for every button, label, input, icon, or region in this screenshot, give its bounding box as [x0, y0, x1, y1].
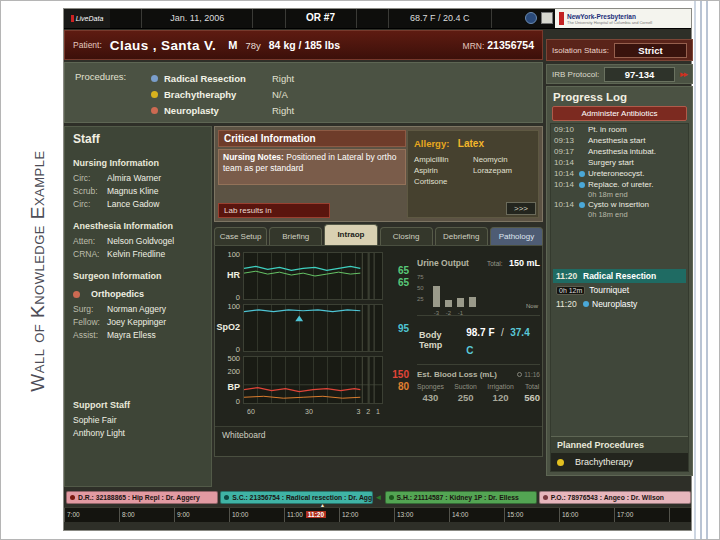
allergy-item: Lorazepam — [473, 165, 532, 176]
urine-output-header: Urine Output Total: 150 mL — [417, 252, 540, 270]
slide-vertical-title: Wall of Knowledge Example — [27, 59, 61, 483]
critical-info-left: Critical Information Nursing Notes: Posi… — [218, 130, 406, 218]
top-bar-spacer — [110, 9, 141, 28]
irb-protocol-row: IRB Protocol: 97-134 ▸▸ — [546, 64, 693, 84]
clock-icon — [517, 372, 522, 377]
urine-total-value: 150 mL — [509, 258, 540, 268]
log-subtext: 0h 18m end — [551, 190, 688, 199]
staff-role: Scrub: — [73, 186, 107, 196]
axis-tick: 0 — [236, 397, 240, 406]
hr-values: 65 65 — [383, 252, 413, 300]
planned-procedures: Planned Procedures Brachytherapy — [551, 436, 688, 471]
slide-edge-line — [706, 1, 708, 539]
case-bar-text: S.C.: 21356754 : Radical resection : Dr.… — [232, 494, 372, 501]
tab-pathology[interactable]: Pathology — [490, 227, 543, 245]
case-bar[interactable]: P.O.: 78976543 : Angeo : Dr. Wilson — [539, 491, 691, 504]
specialty-dot-icon — [73, 291, 80, 298]
tick-label: 12:00 — [342, 511, 358, 518]
hr-value: 65 — [398, 265, 409, 276]
progress-log-body: 09:10 Pt. in room 09:13 Anesthesia start… — [550, 123, 689, 472]
spo2-axis: 100 SpO2 0 — [217, 304, 243, 352]
case-bar[interactable]: D.R.: 32188865 : Hip Repl : Dr. Aggery — [66, 491, 218, 504]
staff-row: Fellow: Joey Keppinger — [73, 317, 203, 327]
staff-row: Circ: Almira Warner — [73, 173, 203, 183]
planned-procedure-name: Brachytherapy — [575, 457, 633, 467]
procedure-dot-icon — [557, 459, 564, 466]
timeline-end-spacer — [669, 508, 691, 522]
hospital-name: NewYork-Presbyterian — [567, 13, 652, 20]
log-time: 09:13 — [554, 136, 579, 145]
log-time: 11:20 — [556, 299, 583, 309]
staff-name: Almira Warner — [107, 173, 161, 183]
active-procedure-row: 0h 12m Tourniquet — [553, 283, 686, 297]
anesthesia-section-title: Anesthesia Information — [73, 221, 203, 231]
procedure-name: Brachytheraphy — [164, 89, 272, 100]
procedure-dot-icon — [151, 107, 158, 114]
blood-loss-value: 430 — [417, 392, 444, 403]
log-text: Replace. of ureter. — [588, 180, 653, 189]
camera-icon[interactable] — [525, 12, 537, 24]
urine-bar — [445, 300, 452, 307]
tab-closing[interactable]: Closing — [380, 227, 433, 245]
bp-plot — [243, 356, 383, 404]
tab-case-setup[interactable]: Case Setup — [214, 227, 267, 245]
log-text: Anesthesia start — [588, 136, 645, 145]
log-entry: 10:14 Cysto w insertion — [551, 199, 688, 210]
allergy-item: Neomycin — [473, 154, 532, 165]
active-procedure-row: 11:20 Neuroplasty — [553, 297, 686, 311]
tab-debriefing[interactable]: Debriefing — [435, 227, 488, 245]
procedure-side: Right — [272, 73, 294, 84]
axis-tick: 75 — [417, 272, 424, 283]
procedure-name: Radical Resection — [164, 73, 272, 84]
staff-name: Nelson Goldvogel — [107, 236, 174, 246]
timeline-tick: 17:00 — [614, 508, 669, 522]
bp-label: BP — [227, 382, 240, 392]
allergy-item: Aspirin — [414, 165, 473, 176]
urine-bar — [469, 297, 476, 307]
window-icon[interactable] — [541, 12, 553, 24]
procedure-side: Right — [272, 105, 294, 116]
irb-label: IRB Protocol: — [552, 70, 599, 79]
case-marker-icon: ◄ — [375, 491, 383, 504]
timeline-tick: 7:00 — [64, 508, 119, 522]
specialty-name: Orthopedics — [91, 289, 144, 299]
timeline-tick: 12:00 — [339, 508, 394, 522]
top-bar-spacer — [492, 9, 523, 28]
or-number: OR #7 — [285, 9, 357, 28]
x-axis-tick: 60 — [247, 408, 255, 415]
tab-briefing[interactable]: Briefing — [269, 227, 322, 245]
allergy-label: Allergy: — [414, 138, 449, 149]
case-dot-icon — [224, 495, 229, 500]
isolation-value: Strict — [614, 43, 687, 58]
slide-edge-line — [694, 1, 696, 539]
blood-loss-column: Sponges 430 — [417, 383, 444, 403]
patient-label: Patient: — [73, 40, 102, 50]
irb-more-arrows-icon[interactable]: ▸▸ — [680, 69, 687, 79]
patient-mrn: MRN:21356754 — [463, 39, 534, 51]
timestamp: 11:16 — [524, 371, 540, 378]
log-time: 10:14 — [554, 158, 579, 167]
administer-antibiotics-button[interactable]: Administer Antibiotics — [552, 106, 687, 121]
staff-name: Mayra Elless — [107, 330, 156, 340]
case-bar[interactable]: S.H.: 21114587 : Kidney 1P : Dr. Elless — [385, 491, 537, 504]
bp-chart-row: 500 200 BP 0 — [217, 356, 415, 404]
timeline-tick: 11:0011:20 — [284, 508, 339, 522]
lab-results-button[interactable]: Lab results in — [218, 203, 330, 218]
timeline-tick: 15:00 — [504, 508, 559, 522]
timeline-tick: 9:00 — [174, 508, 229, 522]
blood-loss-value: 120 — [487, 392, 513, 403]
vitals-charts: 100 HR 0 65 — [217, 252, 415, 418]
tab-intraop[interactable]: Intraop — [324, 224, 377, 245]
planned-procedures-title: Planned Procedures — [551, 436, 688, 453]
tick-label: 13:00 — [397, 511, 413, 518]
tick-label: 17:00 — [617, 511, 633, 518]
log-time: 09:10 — [554, 125, 579, 134]
allergy-more-button[interactable]: >>> — [506, 202, 536, 215]
log-subtext: 0h 18m end — [551, 210, 688, 219]
timeline-tick: 16:00 — [559, 508, 614, 522]
staff-name: Joey Keppinger — [107, 317, 166, 327]
procedures-label: Procedures: — [75, 71, 126, 82]
axis-tick: 100 — [227, 250, 240, 259]
tick-label: 10:00 — [232, 511, 248, 518]
case-bar[interactable]: S.C.: 21356754 : Radical resection : Dr.… — [220, 491, 372, 504]
